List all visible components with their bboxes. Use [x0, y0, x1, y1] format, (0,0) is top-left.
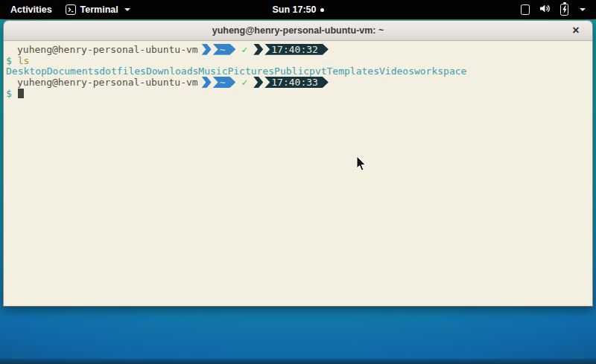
prompt-user: yuheng@henry-personal-ubuntu-vm — [17, 44, 198, 55]
status-check-icon: ✓ — [241, 77, 247, 88]
window-title: yuheng@henry-personal-ubuntu-vm: ~ — [212, 25, 384, 36]
timestamp: 17:40:32 — [271, 44, 318, 55]
chevron-down-icon — [580, 8, 586, 11]
powerline-chevron-icon — [202, 77, 212, 88]
directory-item: Public — [274, 66, 309, 77]
status-check-icon: ✓ — [241, 44, 247, 55]
powerline-chevron-icon — [253, 77, 263, 88]
powerline-chevron-icon — [253, 44, 263, 55]
timestamp: 17:40:33 — [271, 77, 318, 88]
directory-item: Videos — [379, 66, 414, 77]
terminal-window: yuheng@henry-personal-ubuntu-vm: ~ × yuh… — [3, 20, 593, 307]
prompt-line: yuheng@henry-personal-ubuntu-vm~✓17:40:3… — [6, 44, 591, 55]
directory-item: Downloads — [146, 66, 198, 77]
directory-item: workspace — [414, 66, 466, 77]
text-cursor — [18, 89, 25, 98]
command-text: ls — [18, 55, 30, 66]
app-menu[interactable]: Terminal — [66, 4, 130, 15]
terminal-app-icon — [66, 4, 76, 15]
screen-icon — [521, 4, 530, 15]
mouse-cursor-icon — [356, 156, 367, 175]
activities-button[interactable]: Activities — [7, 3, 55, 16]
ls-output: Desktop Documents dotfiles Downloads Mus… — [6, 66, 591, 77]
command-line: $ls — [6, 55, 591, 66]
timestamp-badge: 17:40:32 — [264, 44, 329, 55]
directory-item: dotfiles — [99, 66, 146, 77]
screen: Activities Terminal Sun 17:50 — [0, 0, 596, 364]
prompt-symbol: $ — [6, 88, 12, 99]
prompt-path: ~ — [220, 77, 226, 88]
chevron-down-icon — [124, 8, 130, 11]
directory-item: Music — [198, 66, 227, 77]
prompt-line: yuheng@henry-personal-ubuntu-vm~✓17:40:3… — [6, 77, 591, 88]
clock-label: Sun 17:50 — [272, 4, 316, 15]
path-segment: ~ — [213, 44, 236, 55]
powerline-chevron-icon — [202, 44, 212, 55]
timestamp-badge: 17:40:33 — [264, 77, 329, 88]
directory-item: Templates — [327, 66, 379, 77]
input-line: $ — [6, 88, 591, 99]
wallpaper-bottom-shade — [0, 359, 596, 364]
close-button[interactable]: × — [569, 24, 583, 37]
top-bar: Activities Terminal Sun 17:50 — [0, 0, 596, 19]
app-menu-label: Terminal — [80, 4, 118, 15]
prompt-symbol: $ — [6, 55, 12, 66]
prompt-path: ~ — [220, 44, 226, 55]
directory-item: Documents — [47, 66, 99, 77]
terminal-content[interactable]: yuheng@henry-personal-ubuntu-vm~✓17:40:3… — [4, 41, 592, 306]
battery-charging-icon — [560, 4, 568, 16]
directory-item: Desktop — [6, 66, 47, 77]
directory-item: Pictures — [227, 66, 274, 77]
window-titlebar[interactable]: yuheng@henry-personal-ubuntu-vm: ~ × — [4, 21, 592, 41]
system-tray[interactable] — [521, 0, 596, 19]
volume-icon — [539, 4, 551, 16]
prompt-user: yuheng@henry-personal-ubuntu-vm — [17, 77, 198, 88]
notification-dot-icon — [320, 8, 324, 12]
directory-item: pvt — [309, 66, 326, 77]
path-segment: ~ — [213, 77, 236, 88]
